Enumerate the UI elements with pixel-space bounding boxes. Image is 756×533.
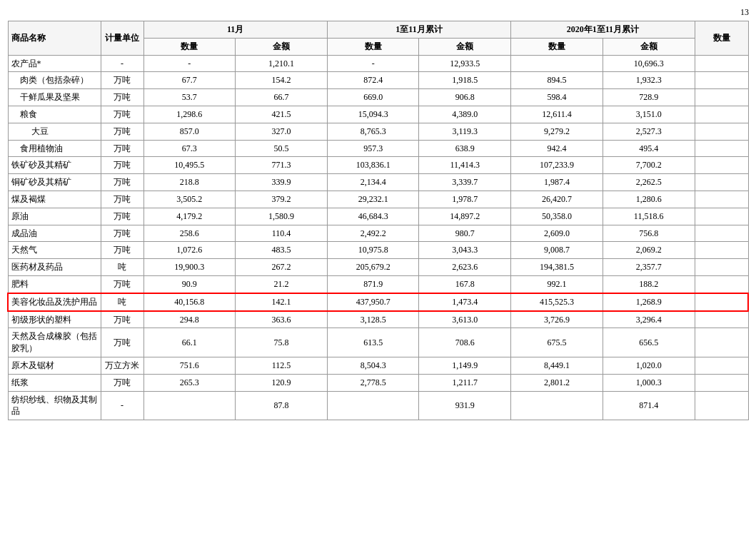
product-name: 原木及锯材: [8, 357, 101, 374]
cum-amt: 980.7: [419, 225, 511, 242]
extra-qty: [695, 191, 748, 208]
cum-qty: 10,975.8: [327, 242, 419, 259]
prev-qty: 2,801.2: [511, 374, 603, 391]
table-row: 大豆万吨857.0327.08,765.33,119.39,279.22,527…: [8, 123, 748, 140]
table-row: 原木及锯材万立方米751.6112.58,504.31,149.98,449.1…: [8, 357, 748, 374]
product-unit: 万吨: [101, 72, 143, 89]
nov-amt: 154.2: [236, 72, 328, 89]
prev-amt: 188.2: [603, 275, 695, 293]
cum-qty: 437,950.7: [327, 293, 419, 311]
table-row: 成品油万吨258.6110.42,492.2980.72,609.0756.8: [8, 225, 748, 242]
cum-amt: 4,389.0: [419, 106, 511, 123]
product-unit: 万吨: [101, 157, 143, 174]
extra-qty: [695, 174, 748, 191]
nov-amt: 1,580.9: [236, 208, 328, 225]
nov-qty: 294.8: [143, 311, 236, 328]
extra-qty: [695, 106, 748, 123]
extra-qty: [695, 293, 748, 311]
cum-qty: 15,094.3: [327, 106, 419, 123]
extra-qty: [695, 242, 748, 259]
product-unit: 万吨: [101, 191, 143, 208]
product-name: 农产品*: [8, 55, 101, 72]
cum-qty: 2,492.2: [327, 225, 419, 242]
table-row: 原油万吨4,179.21,580.946,684.314,897.250,358…: [8, 208, 748, 225]
nov-qty: 10,495.5: [143, 157, 236, 174]
header-cum-amt: 金额: [419, 38, 511, 55]
header-nov: 11月: [143, 21, 327, 39]
cum-amt: 3,613.0: [419, 311, 511, 328]
prev-amt: 1,932.3: [603, 72, 695, 89]
table-row: 干鲜瓜果及坚果万吨53.766.7669.0906.8598.4728.9: [8, 89, 748, 106]
prev-qty: 194,381.5: [511, 259, 603, 276]
nov-qty: 90.9: [143, 275, 236, 293]
cum-qty: 2,778.5: [327, 374, 419, 391]
nov-amt: 1,210.1: [236, 55, 328, 72]
nov-amt: 50.5: [236, 140, 328, 157]
product-unit: 万吨: [101, 89, 143, 106]
cum-amt: 11,414.3: [419, 157, 511, 174]
nov-amt: 267.2: [236, 259, 328, 276]
prev-amt: 728.9: [603, 89, 695, 106]
prev-amt: 1,000.3: [603, 374, 695, 391]
product-name: 医药材及药品: [8, 259, 101, 276]
header-product-name: 商品名称: [8, 21, 101, 56]
header-nov-qty: 数量: [143, 38, 236, 55]
cum-qty: 29,232.1: [327, 191, 419, 208]
product-unit: 万吨: [101, 123, 143, 140]
table-row: 天然气万吨1,072.6483.510,975.83,043.39,008.72…: [8, 242, 748, 259]
nov-amt: 66.7: [236, 89, 328, 106]
nov-amt: 339.9: [236, 174, 328, 191]
table-row: 初级形状的塑料万吨294.8363.63,128.53,613.03,726.9…: [8, 311, 748, 328]
prev-amt: 7,700.2: [603, 157, 695, 174]
cum-qty: 871.9: [327, 275, 419, 293]
cum-amt: 3,043.3: [419, 242, 511, 259]
extra-qty: [695, 140, 748, 157]
cum-amt: 638.9: [419, 140, 511, 157]
cum-amt: 906.8: [419, 89, 511, 106]
table-row: 肉类（包括杂碎）万吨67.7154.2872.41,918.5894.51,93…: [8, 72, 748, 89]
product-unit: 万吨: [101, 174, 143, 191]
prev-amt: 2,262.5: [603, 174, 695, 191]
table-row: 农产品*--1,210.1-12,933.510,696.3: [8, 55, 748, 72]
cum-amt: 1,473.4: [419, 293, 511, 311]
prev-amt: 1,020.0: [603, 357, 695, 374]
nov-amt: 421.5: [236, 106, 328, 123]
cum-amt: 3,119.3: [419, 123, 511, 140]
nov-qty: 1,072.6: [143, 242, 236, 259]
nov-qty: 751.6: [143, 357, 236, 374]
prev-amt: 871.4: [603, 391, 695, 420]
prev-qty: 675.5: [511, 328, 603, 357]
cum-amt: 1,149.9: [419, 357, 511, 374]
product-unit: -: [101, 55, 143, 72]
product-name: 肉类（包括杂碎）: [8, 72, 101, 89]
extra-qty: [695, 157, 748, 174]
header-prev-cumulative: 2020年1至11月累计: [511, 21, 695, 39]
product-unit: 万立方米: [101, 357, 143, 374]
nov-amt: 75.8: [236, 328, 328, 357]
cum-qty: 957.3: [327, 140, 419, 157]
cum-qty: 205,679.2: [327, 259, 419, 276]
cum-amt: 3,339.7: [419, 174, 511, 191]
prev-qty: 415,525.3: [511, 293, 603, 311]
prev-qty: 12,611.4: [511, 106, 603, 123]
product-unit: 万吨: [101, 242, 143, 259]
extra-qty: [695, 311, 748, 328]
product-name: 纺织纱线、织物及其制品: [8, 391, 101, 420]
extra-qty: [695, 55, 748, 72]
prev-qty: [511, 391, 603, 420]
nov-qty: 66.1: [143, 328, 236, 357]
table-row: 食用植物油万吨67.350.5957.3638.9942.4495.4: [8, 140, 748, 157]
cum-qty: 46,684.3: [327, 208, 419, 225]
nov-amt: 771.3: [236, 157, 328, 174]
table-row: 天然及合成橡胶（包括胶乳）万吨66.175.8613.5708.6675.565…: [8, 328, 748, 357]
table-row: 粮食万吨1,298.6421.515,094.34,389.012,611.43…: [8, 106, 748, 123]
prev-qty: 8,449.1: [511, 357, 603, 374]
cum-amt: 708.6: [419, 328, 511, 357]
product-unit: 吨: [101, 259, 143, 276]
product-name: 肥料: [8, 275, 101, 293]
product-name: 美容化妆品及洗护用品: [8, 293, 101, 311]
extra-qty: [695, 225, 748, 242]
nov-amt: 21.2: [236, 275, 328, 293]
product-name: 粮食: [8, 106, 101, 123]
cum-amt: 1,211.7: [419, 374, 511, 391]
